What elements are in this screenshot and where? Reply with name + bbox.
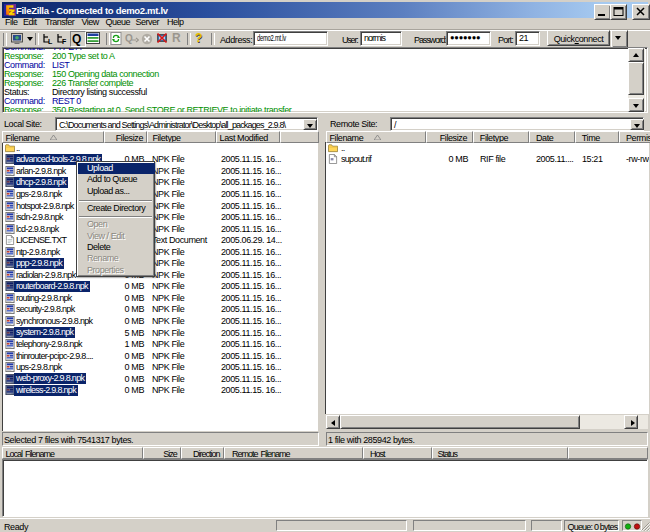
svg-text:F: F [62, 38, 67, 44]
svg-text:L: L [48, 38, 53, 44]
